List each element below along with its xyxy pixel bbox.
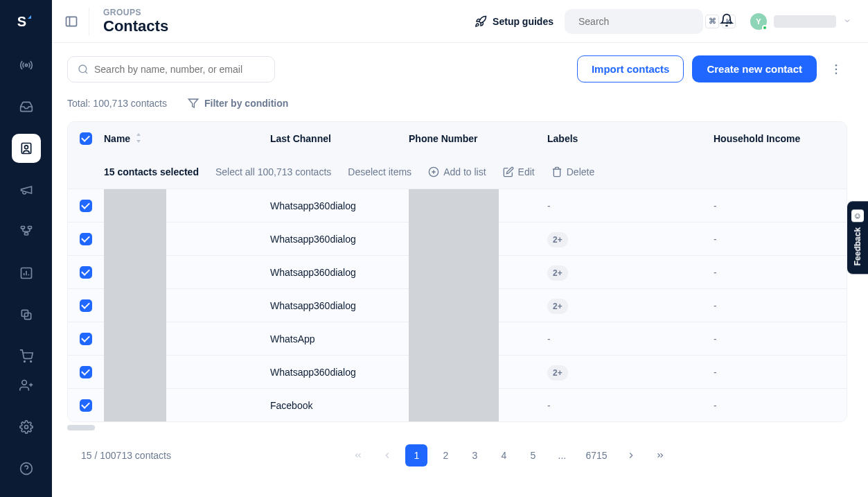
page-4[interactable]: 4 xyxy=(493,444,515,467)
nav-contacts[interactable] xyxy=(12,134,41,163)
cell-last-channel: Whatsapp360dialog xyxy=(270,234,409,245)
cart-icon xyxy=(19,349,33,363)
more-actions-button[interactable] xyxy=(825,62,847,76)
cell-income: - xyxy=(714,300,847,311)
label-badge[interactable]: 2+ xyxy=(547,365,568,381)
filter-label: Filter by condition xyxy=(204,98,288,109)
global-search[interactable]: ⌘ K xyxy=(565,9,703,34)
import-contacts-button[interactable]: Import contacts xyxy=(577,55,684,82)
notifications-button[interactable] xyxy=(714,13,739,29)
flow-icon xyxy=(19,225,33,238)
nav-broadcast[interactable] xyxy=(12,51,41,80)
cell-income: - xyxy=(714,234,847,245)
cell-income: - xyxy=(714,367,847,378)
global-search-input[interactable] xyxy=(578,16,700,27)
table-row[interactable]: Facebook-- xyxy=(68,388,847,421)
row-checkbox[interactable] xyxy=(80,399,92,412)
create-contact-button[interactable]: Create new contact xyxy=(692,55,817,82)
chart-icon xyxy=(19,266,33,280)
column-last-channel[interactable]: Last Channel xyxy=(270,133,409,144)
table-row[interactable]: Whatsapp360dialog2+- xyxy=(68,255,847,288)
edit-action[interactable]: Edit xyxy=(503,166,535,177)
row-checkbox[interactable] xyxy=(80,299,92,312)
nav-templates[interactable] xyxy=(12,300,41,329)
nav-invite[interactable] xyxy=(12,371,41,400)
nav-reports[interactable] xyxy=(12,259,41,288)
add-to-list-action[interactable]: Add to list xyxy=(428,166,486,177)
page-titles: GROUPS Contacts xyxy=(103,8,168,35)
svg-point-12 xyxy=(24,426,28,429)
feedback-label: Feedback xyxy=(853,227,862,265)
row-checkbox[interactable] xyxy=(80,333,92,345)
profile-menu[interactable]: Y xyxy=(750,13,851,30)
table-body: Whatsapp360dialog--Whatsapp360dialog2+-W… xyxy=(68,189,847,421)
setup-guides-link[interactable]: Setup guides xyxy=(475,15,553,28)
summary-row: Total: 100,713 contacts Filter by condit… xyxy=(67,98,847,109)
table-row[interactable]: Whatsapp360dialog2+- xyxy=(68,222,847,255)
contacts-search[interactable] xyxy=(67,56,275,82)
page-5[interactable]: 5 xyxy=(522,444,544,467)
nav-help[interactable] xyxy=(12,454,41,483)
avatar-initial: Y xyxy=(756,17,761,26)
feedback-tab[interactable]: Feedback ☺ xyxy=(847,201,868,274)
column-labels-label: Labels xyxy=(547,133,578,144)
panel-toggle-button[interactable] xyxy=(62,8,89,35)
nav-campaigns[interactable] xyxy=(12,175,41,204)
rocket-icon xyxy=(475,15,487,28)
page-2[interactable]: 2 xyxy=(434,444,457,467)
cell-labels: - xyxy=(547,333,714,345)
filter-button[interactable]: Filter by condition xyxy=(188,98,288,109)
row-checkbox[interactable] xyxy=(80,233,92,245)
label-badge[interactable]: 2+ xyxy=(547,232,568,247)
app-logo[interactable]: S xyxy=(17,14,35,30)
column-name[interactable]: Name xyxy=(104,133,270,145)
page-info: 15 / 100713 contacts xyxy=(67,450,171,461)
deselect-action[interactable]: Deselect items xyxy=(348,166,411,177)
label-badge[interactable]: 2+ xyxy=(547,265,568,281)
name-redacted xyxy=(104,289,166,322)
cell-income: - xyxy=(714,333,847,345)
cell-income: - xyxy=(714,400,847,411)
row-checkbox[interactable] xyxy=(80,200,92,212)
plus-circle-icon xyxy=(428,166,439,177)
page-last[interactable] xyxy=(649,444,671,467)
phone-redacted xyxy=(409,356,499,389)
column-labels[interactable]: Labels xyxy=(547,133,714,144)
nav-commerce[interactable] xyxy=(12,342,41,371)
nav-inbox[interactable] xyxy=(12,92,41,121)
table-row[interactable]: WhatsApp-- xyxy=(68,322,847,355)
contacts-search-input[interactable] xyxy=(94,64,265,75)
column-phone[interactable]: Phone Number xyxy=(409,133,547,144)
search-icon xyxy=(78,64,89,75)
page-title: Contacts xyxy=(103,17,168,35)
table-row[interactable]: Whatsapp360dialog-- xyxy=(68,189,847,222)
select-all-action[interactable]: Select all 100,713 contacts xyxy=(215,166,331,177)
svg-point-21 xyxy=(835,68,838,70)
svg-marker-23 xyxy=(188,99,197,107)
page-first[interactable] xyxy=(347,444,369,467)
svg-line-19 xyxy=(85,71,87,73)
page-1[interactable]: 1 xyxy=(405,444,427,467)
row-checkbox[interactable] xyxy=(80,266,92,279)
online-indicator xyxy=(762,25,768,30)
nav-settings[interactable] xyxy=(12,412,41,442)
horizontal-scroll-thumb[interactable] xyxy=(67,425,95,430)
page-prev[interactable] xyxy=(376,444,398,467)
table-row[interactable]: Whatsapp360dialog2+- xyxy=(68,355,847,388)
name-redacted xyxy=(104,223,166,256)
nav-flows[interactable] xyxy=(12,217,41,246)
table-row[interactable]: Whatsapp360dialog2+- xyxy=(68,288,847,322)
chevron-down-icon xyxy=(843,16,851,27)
page-3[interactable]: 3 xyxy=(463,444,486,467)
name-redacted xyxy=(104,322,166,356)
page-next[interactable] xyxy=(620,444,642,467)
delete-action[interactable]: Delete xyxy=(551,166,594,177)
cell-labels: - xyxy=(547,200,714,211)
label-badge[interactable]: 2+ xyxy=(547,299,568,314)
cell-income: - xyxy=(714,267,847,278)
row-checkbox[interactable] xyxy=(80,366,92,378)
page-last-number[interactable]: 6715 xyxy=(580,444,612,467)
table-header: Name Last Channel Phone Number Labels Ho… xyxy=(68,122,847,155)
column-income[interactable]: Household Income xyxy=(714,133,847,144)
select-all-checkbox[interactable] xyxy=(80,132,92,145)
